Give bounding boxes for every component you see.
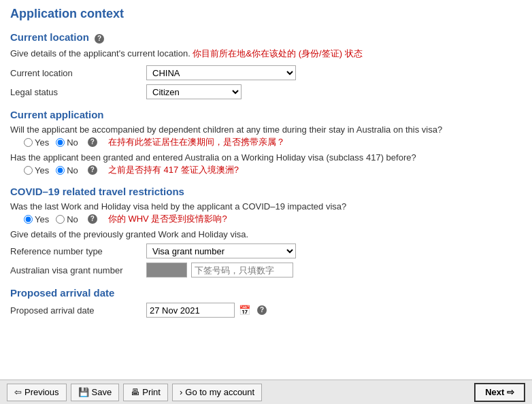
covid-grant-description: Give details of the previously granted W… [10,229,522,239]
dependent-children-yes-radio[interactable] [24,138,33,147]
covid-yes-radio[interactable] [24,215,33,224]
whv-417-text: Has the applicant been granted and enter… [10,152,522,163]
grant-number-label: Australian visa grant number [10,265,146,275]
calendar-icon[interactable]: 📅 [239,305,250,316]
covid-question: Was the last Work and Holiday visa held … [10,201,522,225]
arrival-date-section: Proposed arrival date Proposed arrival d… [10,287,522,318]
grant-number-prefix [146,263,187,277]
goto-account-button[interactable]: › Go to my account [172,384,262,401]
goto-icon: › [180,387,182,397]
current-location-chinese-note: 你目前所在地&你在该处的 (身份/签证) 状态 [193,48,362,58]
whv-417-radios: Yes No ? 之前是否持有 417 签证入境澳洲? [24,164,522,176]
dependent-children-no-radio[interactable] [56,138,65,147]
whv-417-help-icon[interactable]: ? [88,165,97,175]
covid-no-label[interactable]: No [56,214,78,224]
current-location-description: Give details of the applicant's current … [10,48,522,60]
whv-417-no-radio[interactable] [56,166,65,175]
covid-radios: Yes No ? 你的 WHV 是否受到疫情影响? [24,213,522,225]
whv-417-no-label[interactable]: No [56,165,78,175]
previous-button[interactable]: ⇦ Previous [7,384,67,401]
dependent-children-no-label[interactable]: No [56,137,78,148]
covid-section: COVID–19 related travel restrictions Was… [10,186,522,277]
footer-bar: ⇦ Previous 💾 Save 🖶 Print › Go to my acc… [0,380,532,404]
covid-question-text: Was the last Work and Holiday visa held … [10,201,522,212]
covid-yes-label[interactable]: Yes [24,214,49,224]
current-application-section: Current application Will the applicant b… [10,109,522,176]
whv-417-question: Has the applicant been granted and enter… [10,152,522,176]
arrival-date-title: Proposed arrival date [10,287,522,299]
current-location-section: Current location ? Give details of the a… [10,31,522,99]
print-button[interactable]: 🖶 Print [123,384,168,401]
previous-icon: ⇦ [14,387,22,397]
dependent-children-radios: Yes No ? 在持有此签证居住在澳期间，是否携带亲属？ [24,136,522,148]
arrival-date-row: Proposed arrival date 📅 ? [10,303,522,318]
whv-417-chinese: 之前是否持有 417 签证入境澳洲? [108,164,239,176]
legal-status-row: Legal status Citizen Permanent Resident … [10,84,522,99]
save-icon: 💾 [78,387,89,397]
grant-number-inputs [146,263,293,277]
next-button[interactable]: Next ⇨ [474,383,525,402]
legal-status-select[interactable]: Citizen Permanent Resident Temporary Res… [146,84,242,99]
covid-no-radio[interactable] [56,215,65,224]
legal-status-label: Legal status [10,87,146,97]
grant-number-row: Australian visa grant number [10,263,522,277]
arrival-date-label: Proposed arrival date [10,305,146,316]
current-location-help-icon[interactable]: ? [95,34,104,44]
whv-417-yes-label[interactable]: Yes [24,165,49,175]
dependent-children-text: Will the applicant be accompanied by dep… [10,124,522,135]
whv-417-yes-radio[interactable] [24,166,33,175]
arrival-date-input[interactable] [146,303,235,318]
dependent-children-chinese: 在持有此签证居住在澳期间，是否携带亲属？ [108,136,285,148]
dependent-children-help-icon[interactable]: ? [88,137,97,147]
ref-type-select[interactable]: Visa grant number VEVO reference number [146,243,296,258]
save-button[interactable]: 💾 Save [71,384,120,401]
current-location-title: Current location ? [10,31,522,44]
ref-type-row: Reference number type Visa grant number … [10,243,522,258]
current-location-row: Current location CHINA [10,65,522,80]
current-location-label: Current location [10,68,146,78]
covid-title: COVID–19 related travel restrictions [10,186,522,197]
current-location-select[interactable]: CHINA [146,65,296,80]
arrival-date-help-icon[interactable]: ? [257,305,267,315]
dependent-children-yes-label[interactable]: Yes [24,137,49,148]
ref-type-label: Reference number type [10,246,146,256]
next-icon: ⇨ [507,387,514,397]
grant-number-input[interactable] [191,263,293,277]
covid-help-icon[interactable]: ? [88,214,97,224]
current-application-title: Current application [10,109,522,120]
covid-chinese: 你的 WHV 是否受到疫情影响? [108,213,227,225]
page-title: Application context [10,7,522,21]
dependent-children-question: Will the applicant be accompanied by dep… [10,124,522,148]
print-icon: 🖶 [131,387,139,397]
footer-left-buttons: ⇦ Previous 💾 Save 🖶 Print › Go to my acc… [7,384,262,401]
arrival-date-controls: 📅 ? [146,303,267,318]
